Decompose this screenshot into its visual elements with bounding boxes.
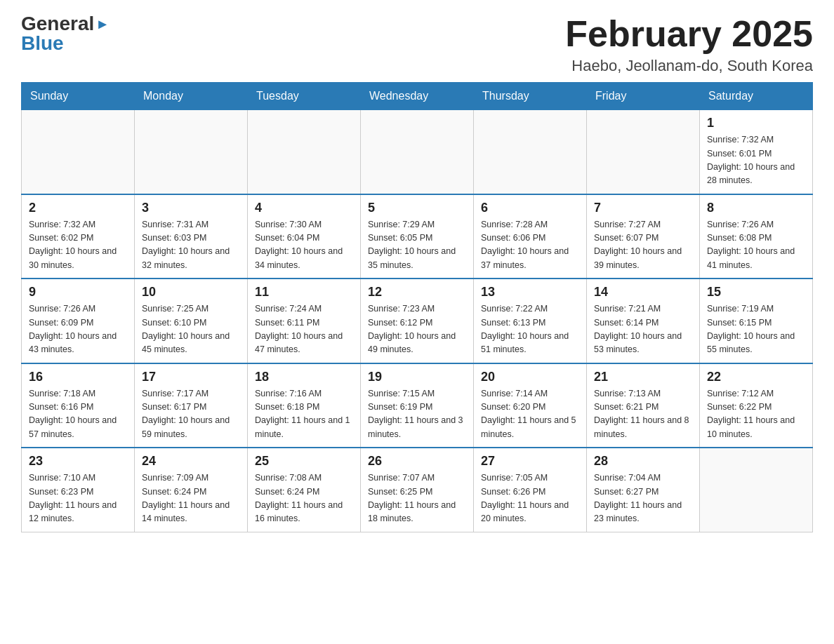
calendar-table: Sunday Monday Tuesday Wednesday Thursday… <box>21 82 813 532</box>
table-row: 13Sunrise: 7:22 AMSunset: 6:13 PMDayligh… <box>474 279 587 363</box>
table-row: 27Sunrise: 7:05 AMSunset: 6:26 PMDayligh… <box>474 448 587 532</box>
header-tuesday: Tuesday <box>248 83 361 110</box>
day-number: 1 <box>707 116 805 130</box>
day-info: Sunrise: 7:09 AMSunset: 6:24 PMDaylight:… <box>142 471 240 526</box>
title-section: February 2025 Haebo, Jeollanam-do, South… <box>565 14 813 75</box>
header-wednesday: Wednesday <box>361 83 474 110</box>
day-info: Sunrise: 7:25 AMSunset: 6:10 PMDaylight:… <box>142 302 240 357</box>
day-number: 20 <box>481 370 579 384</box>
day-number: 8 <box>707 201 805 215</box>
day-info: Sunrise: 7:08 AMSunset: 6:24 PMDaylight:… <box>255 471 353 526</box>
day-info: Sunrise: 7:27 AMSunset: 6:07 PMDaylight:… <box>594 218 692 273</box>
logo-arrow-icon: ► <box>95 17 110 31</box>
month-title: February 2025 <box>565 14 813 54</box>
table-row: 19Sunrise: 7:15 AMSunset: 6:19 PMDayligh… <box>361 363 474 448</box>
table-row: 28Sunrise: 7:04 AMSunset: 6:27 PMDayligh… <box>587 448 700 532</box>
table-row: 20Sunrise: 7:14 AMSunset: 6:20 PMDayligh… <box>474 363 587 448</box>
day-info: Sunrise: 7:31 AMSunset: 6:03 PMDaylight:… <box>142 218 240 273</box>
day-number: 9 <box>29 285 127 300</box>
day-info: Sunrise: 7:30 AMSunset: 6:04 PMDaylight:… <box>255 218 353 273</box>
page-header: General ► Blue February 2025 Haebo, Jeol… <box>21 14 813 75</box>
table-row: 8Sunrise: 7:26 AMSunset: 6:08 PMDaylight… <box>700 194 813 279</box>
day-number: 6 <box>481 201 579 215</box>
day-info: Sunrise: 7:21 AMSunset: 6:14 PMDaylight:… <box>594 302 692 357</box>
table-row: 16Sunrise: 7:18 AMSunset: 6:16 PMDayligh… <box>22 363 135 448</box>
table-row: 12Sunrise: 7:23 AMSunset: 6:12 PMDayligh… <box>361 279 474 363</box>
day-info: Sunrise: 7:05 AMSunset: 6:26 PMDaylight:… <box>481 471 579 526</box>
day-number: 10 <box>142 285 240 300</box>
day-number: 13 <box>481 285 579 300</box>
day-info: Sunrise: 7:10 AMSunset: 6:23 PMDaylight:… <box>29 471 127 526</box>
day-number: 25 <box>255 454 353 469</box>
table-row: 4Sunrise: 7:30 AMSunset: 6:04 PMDaylight… <box>248 194 361 279</box>
table-row: 25Sunrise: 7:08 AMSunset: 6:24 PMDayligh… <box>248 448 361 532</box>
table-row: 3Sunrise: 7:31 AMSunset: 6:03 PMDaylight… <box>135 194 248 279</box>
day-info: Sunrise: 7:26 AMSunset: 6:08 PMDaylight:… <box>707 218 805 273</box>
table-row <box>248 110 361 194</box>
logo-blue-text: Blue <box>21 32 64 55</box>
table-row: 23Sunrise: 7:10 AMSunset: 6:23 PMDayligh… <box>22 448 135 532</box>
header-saturday: Saturday <box>700 83 813 110</box>
day-info: Sunrise: 7:19 AMSunset: 6:15 PMDaylight:… <box>707 302 805 357</box>
header-thursday: Thursday <box>474 83 587 110</box>
table-row: 11Sunrise: 7:24 AMSunset: 6:11 PMDayligh… <box>248 279 361 363</box>
table-row: 14Sunrise: 7:21 AMSunset: 6:14 PMDayligh… <box>587 279 700 363</box>
table-row: 2Sunrise: 7:32 AMSunset: 6:02 PMDaylight… <box>22 194 135 279</box>
table-row: 9Sunrise: 7:26 AMSunset: 6:09 PMDaylight… <box>22 279 135 363</box>
logo-general-text: General <box>21 14 94 34</box>
day-info: Sunrise: 7:16 AMSunset: 6:18 PMDaylight:… <box>255 387 353 442</box>
table-row: 21Sunrise: 7:13 AMSunset: 6:21 PMDayligh… <box>587 363 700 448</box>
logo: General ► Blue <box>21 14 110 55</box>
day-number: 15 <box>707 285 805 300</box>
day-number: 4 <box>255 201 353 215</box>
day-info: Sunrise: 7:17 AMSunset: 6:17 PMDaylight:… <box>142 387 240 442</box>
calendar-week-row: 23Sunrise: 7:10 AMSunset: 6:23 PMDayligh… <box>22 448 813 532</box>
day-info: Sunrise: 7:26 AMSunset: 6:09 PMDaylight:… <box>29 302 127 357</box>
day-number: 23 <box>29 454 127 469</box>
day-number: 3 <box>142 201 240 215</box>
day-number: 24 <box>142 454 240 469</box>
day-number: 21 <box>594 370 692 384</box>
day-info: Sunrise: 7:32 AMSunset: 6:01 PMDaylight:… <box>707 133 805 188</box>
table-row <box>474 110 587 194</box>
calendar-week-row: 1Sunrise: 7:32 AMSunset: 6:01 PMDaylight… <box>22 110 813 194</box>
header-monday: Monday <box>135 83 248 110</box>
table-row: 18Sunrise: 7:16 AMSunset: 6:18 PMDayligh… <box>248 363 361 448</box>
day-number: 2 <box>29 201 127 215</box>
table-row: 10Sunrise: 7:25 AMSunset: 6:10 PMDayligh… <box>135 279 248 363</box>
table-row <box>135 110 248 194</box>
day-number: 17 <box>142 370 240 384</box>
day-info: Sunrise: 7:28 AMSunset: 6:06 PMDaylight:… <box>481 218 579 273</box>
day-info: Sunrise: 7:07 AMSunset: 6:25 PMDaylight:… <box>368 471 466 526</box>
day-info: Sunrise: 7:22 AMSunset: 6:13 PMDaylight:… <box>481 302 579 357</box>
day-number: 12 <box>368 285 466 300</box>
table-row: 15Sunrise: 7:19 AMSunset: 6:15 PMDayligh… <box>700 279 813 363</box>
day-number: 26 <box>368 454 466 469</box>
day-info: Sunrise: 7:15 AMSunset: 6:19 PMDaylight:… <box>368 387 466 442</box>
day-info: Sunrise: 7:32 AMSunset: 6:02 PMDaylight:… <box>29 218 127 273</box>
day-info: Sunrise: 7:12 AMSunset: 6:22 PMDaylight:… <box>707 387 805 442</box>
calendar-week-row: 16Sunrise: 7:18 AMSunset: 6:16 PMDayligh… <box>22 363 813 448</box>
calendar-header-row: Sunday Monday Tuesday Wednesday Thursday… <box>22 83 813 110</box>
day-number: 5 <box>368 201 466 215</box>
table-row <box>361 110 474 194</box>
day-number: 22 <box>707 370 805 384</box>
day-info: Sunrise: 7:04 AMSunset: 6:27 PMDaylight:… <box>594 471 692 526</box>
header-friday: Friday <box>587 83 700 110</box>
table-row: 5Sunrise: 7:29 AMSunset: 6:05 PMDaylight… <box>361 194 474 279</box>
table-row: 26Sunrise: 7:07 AMSunset: 6:25 PMDayligh… <box>361 448 474 532</box>
table-row: 7Sunrise: 7:27 AMSunset: 6:07 PMDaylight… <box>587 194 700 279</box>
table-row: 1Sunrise: 7:32 AMSunset: 6:01 PMDaylight… <box>700 110 813 194</box>
day-info: Sunrise: 7:23 AMSunset: 6:12 PMDaylight:… <box>368 302 466 357</box>
day-number: 27 <box>481 454 579 469</box>
day-number: 28 <box>594 454 692 469</box>
table-row <box>700 448 813 532</box>
day-info: Sunrise: 7:24 AMSunset: 6:11 PMDaylight:… <box>255 302 353 357</box>
table-row: 24Sunrise: 7:09 AMSunset: 6:24 PMDayligh… <box>135 448 248 532</box>
table-row: 22Sunrise: 7:12 AMSunset: 6:22 PMDayligh… <box>700 363 813 448</box>
day-info: Sunrise: 7:13 AMSunset: 6:21 PMDaylight:… <box>594 387 692 442</box>
table-row: 6Sunrise: 7:28 AMSunset: 6:06 PMDaylight… <box>474 194 587 279</box>
day-info: Sunrise: 7:14 AMSunset: 6:20 PMDaylight:… <box>481 387 579 442</box>
day-info: Sunrise: 7:18 AMSunset: 6:16 PMDaylight:… <box>29 387 127 442</box>
header-sunday: Sunday <box>22 83 135 110</box>
